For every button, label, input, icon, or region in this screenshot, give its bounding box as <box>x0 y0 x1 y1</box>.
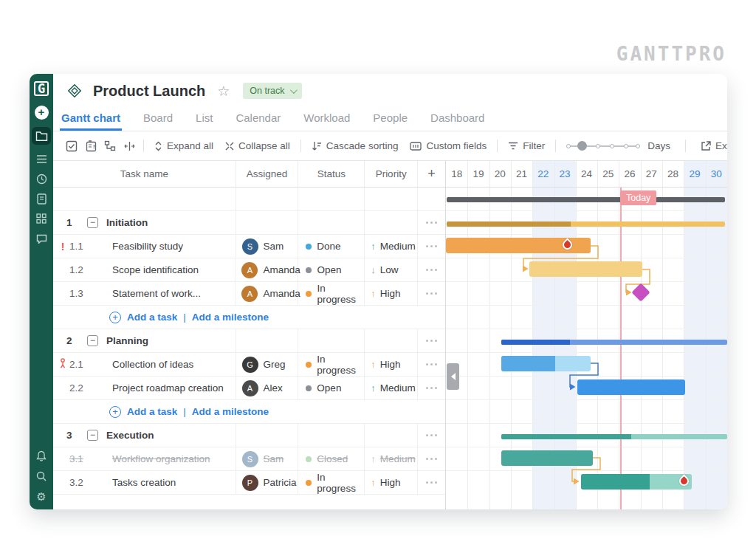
app-logo[interactable]: G <box>30 80 53 97</box>
panel-collapse-handle[interactable] <box>447 363 459 390</box>
day-cell[interactable]: 19 <box>467 161 489 187</box>
priority-cell[interactable]: Low <box>365 258 418 281</box>
priority-cell[interactable]: Medium <box>365 447 418 470</box>
sidebar-item-history[interactable] <box>30 170 53 188</box>
zoom-step-icon[interactable] <box>566 144 571 148</box>
sidebar-item-projects[interactable] <box>32 127 51 145</box>
status-cell[interactable]: In progress <box>298 471 365 494</box>
tab-list[interactable]: List <box>194 111 214 131</box>
assignee-cell[interactable]: A Amanda <box>236 282 298 305</box>
favorite-star-icon[interactable]: ☆ <box>217 83 230 100</box>
assignee-cell[interactable]: S Sam <box>236 235 299 258</box>
sidebar-item-comments[interactable] <box>30 230 53 247</box>
add-milestone-link[interactable]: Add a milestone <box>192 406 269 417</box>
search-button[interactable] <box>30 467 53 485</box>
priority-cell[interactable]: Medium <box>365 235 418 258</box>
assignee-cell[interactable]: G Greg <box>236 353 299 376</box>
row-menu-button[interactable] <box>418 282 445 305</box>
day-cell-weekend[interactable]: 23 <box>554 161 575 187</box>
filter-button[interactable]: Filter <box>502 140 551 151</box>
row-menu-button[interactable] <box>418 447 445 470</box>
table-row-task-3-2[interactable]: 3.2 Tasks creation P Patricia In progres… <box>53 471 445 495</box>
table-row-task-3-1[interactable]: 3.1 Workflow organization S Sam Closed <box>53 447 445 471</box>
collapse-all-button[interactable]: Collapse all <box>219 140 296 151</box>
col-task-name[interactable]: Task name <box>53 161 236 187</box>
col-status[interactable]: Status <box>298 161 365 187</box>
day-cell[interactable]: 28 <box>662 161 684 187</box>
sidebar-item-tasks[interactable] <box>30 150 53 168</box>
table-row-task-1-1[interactable]: 1.1 Feasibility study S Sam Done <box>53 235 445 258</box>
status-cell[interactable]: Open <box>298 377 365 399</box>
tab-board[interactable]: Board <box>142 111 174 131</box>
priority-cell[interactable]: High <box>365 353 418 376</box>
dependencies-button[interactable] <box>100 137 120 155</box>
table-row-task-2-2[interactable]: 2.2 Project roadmap creation A Alex Open <box>53 377 445 400</box>
table-row-group-initiation[interactable]: 1 Initiation <box>53 211 445 235</box>
tab-dashboard[interactable]: Dashboard <box>429 111 486 131</box>
notifications-button[interactable] <box>30 447 53 464</box>
priority-cell[interactable]: Medium <box>365 377 418 399</box>
row-menu-button[interactable] <box>418 424 445 447</box>
tab-workload[interactable]: Workload <box>302 111 351 131</box>
status-cell[interactable]: In progress <box>298 282 365 305</box>
overdue-tasks-button[interactable]: ! <box>81 137 100 155</box>
zoom-step-icon[interactable] <box>610 144 614 148</box>
day-cell[interactable]: 20 <box>489 161 511 187</box>
collapse-group-icon[interactable] <box>87 430 98 441</box>
zoom-step-icon[interactable] <box>636 144 640 148</box>
day-cell[interactable]: 21 <box>511 161 532 187</box>
col-priority[interactable]: Priority <box>365 161 418 187</box>
row-menu-button[interactable] <box>418 235 445 258</box>
collapse-group-icon[interactable] <box>87 335 98 346</box>
table-row-group-execution[interactable]: 3 Execution <box>53 424 445 447</box>
cascade-sorting-button[interactable]: Cascade sorting <box>306 140 405 151</box>
status-badge[interactable]: On track <box>243 83 301 99</box>
row-menu-button[interactable] <box>418 258 445 281</box>
tab-calendar[interactable]: Calendar <box>234 111 282 131</box>
zoom-slider[interactable] <box>566 141 640 151</box>
add-task-link[interactable]: Add a task <box>127 406 177 417</box>
status-cell[interactable]: Done <box>298 235 365 258</box>
collapse-group-icon[interactable] <box>87 217 98 228</box>
tab-gantt-chart[interactable]: Gantt chart <box>60 111 122 131</box>
custom-fields-button[interactable]: Custom fields <box>404 140 492 151</box>
expand-all-button[interactable]: Expand all <box>148 140 219 151</box>
zoom-step-icon[interactable] <box>624 144 628 148</box>
priority-cell[interactable]: High <box>365 282 418 305</box>
row-menu-button[interactable] <box>418 471 445 494</box>
add-milestone-link[interactable]: Add a milestone <box>192 312 269 323</box>
critical-path-button[interactable] <box>120 137 139 155</box>
sidebar-item-integrations[interactable] <box>30 210 53 227</box>
priority-cell[interactable]: High <box>365 471 418 494</box>
add-plus-icon[interactable] <box>109 406 121 418</box>
table-row-group-planning[interactable]: 2 Planning <box>53 329 445 353</box>
row-menu-button[interactable] <box>418 377 445 399</box>
sidebar-item-news[interactable] <box>30 190 53 207</box>
day-cell[interactable]: 24 <box>576 161 597 187</box>
table-row-task-2-1[interactable]: 2.1 Collection of ideas G Greg In progre… <box>53 353 445 377</box>
add-plus-icon[interactable] <box>109 312 121 323</box>
status-cell[interactable]: Closed <box>298 447 365 470</box>
zoom-step-selected-icon[interactable] <box>577 141 587 151</box>
zoom-step-icon[interactable] <box>596 144 600 148</box>
add-task-link[interactable]: Add a task <box>127 312 177 323</box>
settings-button[interactable]: ⚙ <box>30 488 53 506</box>
select-tasks-button[interactable] <box>62 137 81 155</box>
day-cell-weekend[interactable]: 22 <box>532 161 554 187</box>
assignee-cell[interactable]: A Alex <box>236 377 299 399</box>
day-cell[interactable]: 26 <box>619 161 640 187</box>
day-cell[interactable]: 27 <box>641 161 662 187</box>
table-row-task-1-3[interactable]: 1.3 Statement of work... A Amanda In pro… <box>53 282 445 306</box>
day-cell-weekend[interactable]: 29 <box>684 161 705 187</box>
day-cell[interactable]: 18 <box>446 161 467 187</box>
day-cell[interactable]: 25 <box>597 161 619 187</box>
assignee-cell[interactable]: S Sam <box>236 447 299 470</box>
col-assigned[interactable]: Assigned <box>236 161 299 187</box>
assignee-cell[interactable]: A Amanda <box>236 258 298 281</box>
status-cell[interactable]: In progress <box>298 353 365 376</box>
row-menu-button[interactable] <box>418 329 445 352</box>
tab-people[interactable]: People <box>371 111 409 131</box>
add-column-button[interactable]: + <box>418 161 445 187</box>
status-cell[interactable]: Open <box>298 258 365 281</box>
day-cell-weekend[interactable]: 30 <box>706 161 727 187</box>
